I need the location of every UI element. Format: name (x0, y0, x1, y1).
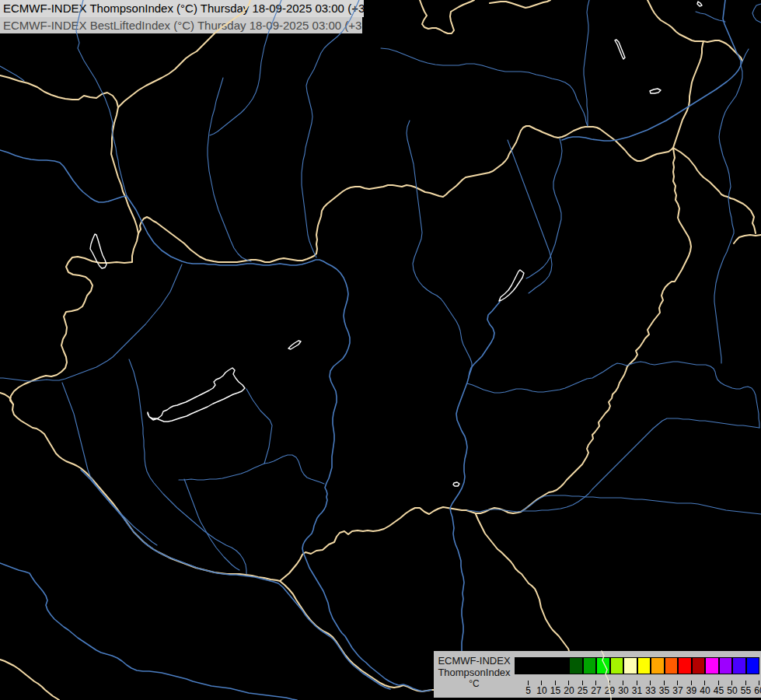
legend-color-scale: 51015202527293031333537394045505560 (515, 657, 760, 674)
serbia-romania-border (476, 514, 569, 651)
vah-river (208, 78, 251, 261)
legend-swatch-55 (732, 657, 746, 674)
mura-river (62, 383, 157, 545)
legend-tick-label-60: 60 (751, 685, 761, 696)
morava-river (76, 0, 127, 196)
laborec-river (584, 0, 589, 125)
sajo-river (508, 140, 552, 293)
danube-river (127, 196, 431, 691)
hungary-ukraine-border (673, 41, 703, 148)
tisza-river (450, 302, 500, 652)
legend-swatch-25 (569, 657, 583, 674)
legend-swatch-10 (529, 657, 543, 674)
legend-swatch-27 (583, 657, 597, 674)
weather-map-screen: ECMWF-INDEX ThompsonIndex (°C) Thursday … (0, 0, 761, 700)
legend-swatch-45 (705, 657, 719, 674)
legend-swatch-35 (651, 657, 665, 674)
ne-squiggle-river (696, 12, 725, 22)
sio-river (246, 389, 324, 484)
sio-west-river (179, 464, 264, 480)
legend-swatch-5 (515, 657, 529, 674)
czech-austria-border (0, 75, 118, 107)
zala-river (129, 359, 246, 574)
slovakia-ukraine-border (648, 0, 742, 61)
zemplin-lake (615, 40, 625, 59)
croatia-serbia-border (280, 581, 435, 691)
hungary-serbia-border (280, 507, 521, 581)
maros-east-river (522, 495, 761, 514)
velence-lake (288, 341, 301, 349)
vah-upper-river (210, 0, 281, 135)
legend-swatch-31 (623, 657, 637, 674)
sava-river (0, 563, 297, 700)
legend-swatch-60 (746, 657, 760, 674)
croatia-bosnia-border (0, 660, 59, 700)
legend-swatch-33 (637, 657, 651, 674)
balaton-lake (148, 368, 245, 422)
slovakia-poland-b-border (490, 0, 550, 8)
ukraine-romania-border (673, 148, 756, 233)
legend-unit-label: °C (434, 678, 515, 690)
hungary-slovakia-border (138, 126, 673, 262)
kapos-river (184, 479, 239, 570)
tiny-szeged-lake-lake (453, 482, 459, 486)
tisza-upper-river (562, 0, 741, 141)
hungary-romania-border (521, 148, 691, 512)
austria-hungary-west-border (10, 107, 138, 404)
ne-small-lake-lake (650, 89, 661, 93)
legend-swatch-39 (678, 657, 692, 674)
map-canvas (0, 0, 761, 700)
legend-swatch-30 (610, 657, 624, 674)
czech-slovakia-border (118, 0, 250, 107)
lake-tisza-lake (499, 270, 524, 301)
legend-swatch-37 (665, 657, 679, 674)
legend-title-model: ECMWF-INDEX (434, 655, 515, 667)
legend-swatch-40 (692, 657, 706, 674)
legend-swatch-50 (719, 657, 733, 674)
legend-swatch-29 (596, 657, 610, 674)
hornad-river (381, 48, 588, 126)
koros-river (467, 362, 759, 428)
legend-title-index: ThompsonIndex (434, 667, 515, 678)
legend-swatch-20 (556, 657, 570, 674)
hernad-river (526, 138, 562, 278)
legend-panel: ECMWF-INDEX ThompsonIndex °C 51015202527… (434, 651, 761, 698)
slovakia-poland-a-border (420, 0, 474, 33)
danube-austria-river (0, 150, 127, 202)
romania-ne-corner-border (734, 235, 761, 243)
drava-river (81, 470, 390, 689)
legend-title-block: ECMWF-INDEX ThompsonIndex °C (434, 655, 515, 690)
ne-corner-hook-river (752, 4, 761, 23)
koros-upper-river (714, 49, 749, 363)
legend-swatch-15 (542, 657, 556, 674)
hron-river (302, 0, 359, 257)
tiny-top-lake-lake (697, 2, 702, 6)
zagyva-river (407, 121, 472, 376)
